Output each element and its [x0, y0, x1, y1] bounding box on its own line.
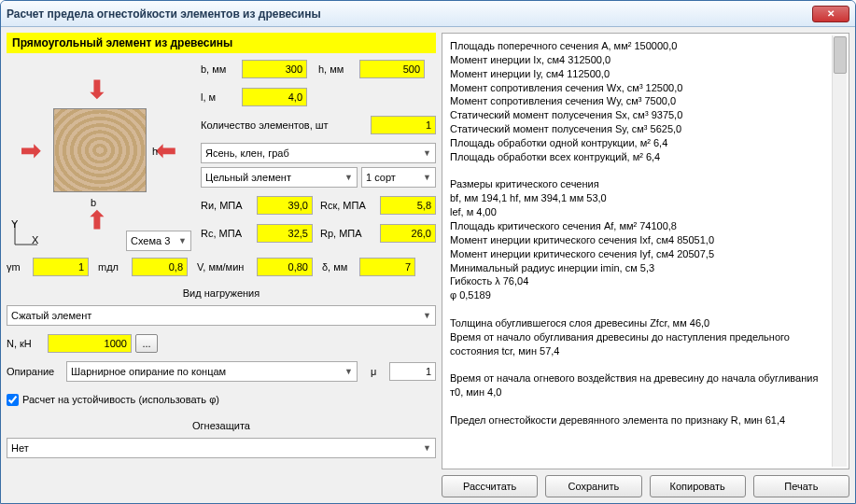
solidity-dropdown[interactable]: Цельный элемент▼: [201, 167, 358, 188]
mu-label: μ: [371, 366, 386, 377]
chevron-down-icon: ▼: [423, 173, 431, 182]
l-input[interactable]: [242, 88, 307, 106]
scroll-thumb[interactable]: [834, 36, 847, 74]
count-input[interactable]: [371, 116, 436, 134]
dim-b-label: b: [91, 197, 96, 208]
main-window: Расчет предела огнестойкости элементов и…: [0, 0, 856, 504]
wood-type-dropdown[interactable]: Ясень, клен, граб▼: [201, 143, 436, 163]
wood-section-image: [53, 108, 147, 192]
l-label: l, м: [201, 91, 238, 103]
output-line: [450, 302, 824, 316]
output-line: Размеры критического сечения: [450, 177, 824, 191]
section-header: Прямоугольный элемент из древесины: [7, 33, 436, 53]
calc-button[interactable]: Рассчитать: [442, 475, 538, 497]
output-textarea[interactable]: Площадь поперечного сечения А, мм² 15000…: [442, 33, 849, 469]
ym-input[interactable]: [33, 258, 89, 276]
h-label: h, мм: [318, 63, 356, 75]
output-line: Момент сопротивления сечения Wу, см³ 750…: [450, 94, 824, 108]
chevron-down-icon: ▼: [344, 367, 353, 376]
chevron-down-icon: ▼: [178, 236, 187, 245]
grade-value: 1 сорт: [366, 172, 396, 183]
ri-input[interactable]: [257, 196, 313, 215]
content-area: Прямоугольный элемент из древесины ⬇ ➡ ⬅…: [1, 27, 855, 503]
n-input[interactable]: [48, 334, 132, 353]
rp-input[interactable]: [380, 224, 436, 243]
output-line: φ 0,5189: [450, 288, 824, 302]
rc-input[interactable]: [257, 224, 313, 243]
output-line: Площадь обработки всех контрукций, м² 6,…: [450, 150, 824, 164]
support-dropdown[interactable]: Шарнирное опирание по концам▼: [66, 361, 358, 382]
output-line: Момент сопротивления сечения Wх, см³ 125…: [450, 81, 824, 95]
n-more-button[interactable]: ...: [135, 334, 158, 353]
solidity-value: Цельный элемент: [205, 172, 291, 183]
support-value: Шарнирное опирание по концам: [71, 366, 226, 377]
ym-label: γm: [7, 261, 29, 273]
fireprotect-value: Нет: [11, 442, 29, 454]
stability-label: Расчет на устойчивость (использовать φ): [22, 394, 219, 405]
rp-label: Rр, МПА: [320, 228, 376, 239]
chevron-down-icon: ▼: [423, 311, 431, 320]
rc-label: Rс, МПА: [201, 228, 253, 239]
output-line: Момент инерции критического сечения Iуf,…: [450, 247, 824, 261]
stability-checkbox[interactable]: [7, 394, 19, 406]
output-line: Предел огнестойкости деревянного элемент…: [450, 413, 824, 427]
output-line: Момент инерции Iу, см4 112500,0: [450, 67, 824, 81]
output-line: Площадь обработки одной контрукции, м² 6…: [450, 136, 824, 150]
output-line: Время от начала огневого воздействия на …: [450, 371, 824, 399]
svg-text:Y: Y: [11, 220, 19, 230]
output-line: Момент инерции Iх, см4 312500,0: [450, 53, 824, 67]
delta-input[interactable]: [359, 258, 415, 276]
fireprotect-title: Огнезащита: [7, 417, 436, 434]
output-line: Площадь поперечного сечения А, мм² 15000…: [450, 39, 824, 53]
ri-label: Rи, МПА: [201, 200, 253, 211]
window-title: Расчет предела огнестойкости элементов и…: [7, 7, 812, 21]
count-label: Количество элементов, шт: [201, 119, 367, 131]
b-input[interactable]: [242, 60, 307, 78]
support-label: Опирание: [7, 366, 63, 377]
output-line: Статический момент полусечения Sх, см³ 9…: [450, 108, 824, 122]
loading-dropdown[interactable]: Сжатый элемент▼: [7, 305, 436, 326]
output-line: lef, м 4,00: [450, 205, 824, 219]
copy-button[interactable]: Копировать: [650, 475, 746, 497]
svg-text:X: X: [32, 234, 39, 245]
scrollbar[interactable]: [832, 35, 847, 467]
v-input[interactable]: [257, 258, 313, 276]
diagram-area: ⬇ ➡ ⬅ ⬆ b h YX Схема 3▼ b, мм: [7, 57, 436, 253]
right-panel: Площадь поперечного сечения А, мм² 15000…: [442, 33, 849, 497]
dim-h-label: h: [152, 146, 158, 157]
mu-input[interactable]: [389, 362, 436, 381]
save-button[interactable]: Сохранить: [545, 475, 641, 497]
delta-label: δ, мм: [322, 261, 356, 273]
output-line: Момент инерции критического сечения Iхf,…: [450, 233, 824, 247]
b-label: b, мм: [201, 63, 238, 75]
output-line: Толщина обуглившегося слоя древесины Zfc…: [450, 316, 824, 330]
axes-icon: YX: [11, 220, 39, 248]
output-line: [450, 399, 824, 413]
loading-title: Вид нагружения: [7, 285, 436, 301]
grade-dropdown[interactable]: 1 сорт▼: [361, 167, 436, 188]
chevron-down-icon: ▼: [423, 443, 431, 453]
params-column: b, мм h, мм l, м Количество элементов, ш…: [201, 57, 436, 253]
mdl-label: mдл: [98, 261, 128, 273]
titlebar: Расчет предела огнестойкости элементов и…: [1, 1, 855, 27]
v-label: V, мм/мин: [197, 261, 253, 273]
output-line: Площадь критического сечения Af, мм² 741…: [450, 219, 824, 233]
mdl-input[interactable]: [132, 258, 188, 276]
fireprotect-dropdown[interactable]: Нет▼: [7, 438, 436, 458]
output-content: Площадь поперечного сечения А, мм² 15000…: [450, 39, 841, 427]
output-line: Статический момент полусечения Sу, см³ 5…: [450, 122, 824, 136]
print-button[interactable]: Печать: [753, 475, 849, 497]
cross-section-diagram: ⬇ ➡ ⬅ ⬆ b h YX Схема 3▼: [7, 57, 193, 253]
arrow-down-icon: ⬇: [87, 76, 107, 105]
output-line: Гибкость λ 76,04: [450, 274, 824, 288]
output-line: Минимальный радиус инерции imin, см 5,3: [450, 261, 824, 275]
rck-input[interactable]: [380, 196, 436, 215]
close-button[interactable]: ✕: [812, 6, 849, 22]
scheme-dropdown[interactable]: Схема 3▼: [126, 231, 191, 251]
h-input[interactable]: [359, 60, 425, 78]
buttons-row: Рассчитать Сохранить Копировать Печать: [442, 475, 849, 497]
chevron-down-icon: ▼: [423, 148, 431, 158]
output-line: bf, мм 194,1 hf, мм 394,1 мм 53,0: [450, 191, 824, 205]
loading-value: Сжатый элемент: [11, 310, 91, 321]
scheme-value: Схема 3: [131, 235, 170, 246]
